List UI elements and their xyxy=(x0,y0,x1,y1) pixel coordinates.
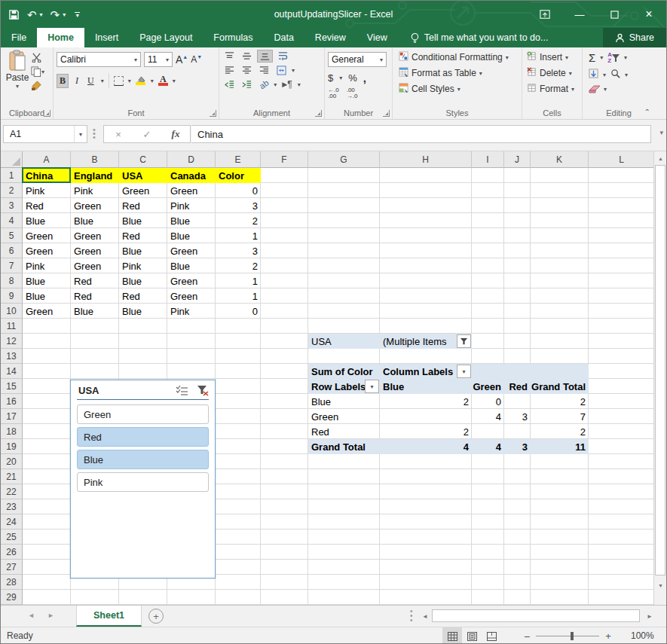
pivot-column-labels-dropdown[interactable]: ▾ xyxy=(457,365,471,378)
merge-caret-icon[interactable]: ▾ xyxy=(292,67,295,74)
data-cell[interactable]: Green xyxy=(71,198,119,213)
font-name-combo[interactable]: Calibri▾ xyxy=(57,52,141,67)
scroll-up-icon[interactable]: ▲ xyxy=(655,152,666,164)
align-center-icon[interactable] xyxy=(240,65,254,76)
view-page-break-icon[interactable] xyxy=(482,627,501,644)
data-cell[interactable]: Blue xyxy=(71,304,119,319)
data-cell[interactable]: Pink xyxy=(23,183,71,198)
pivot-value[interactable]: 3 xyxy=(504,409,531,424)
data-cell[interactable]: Red xyxy=(119,198,167,213)
pivot-col-header[interactable]: Grand Total xyxy=(531,379,589,394)
fill-color-caret-icon[interactable]: ▾ xyxy=(151,78,154,84)
tab-data[interactable]: Data xyxy=(263,28,304,47)
column-header-E[interactable]: E xyxy=(216,151,261,168)
pivot-fill-cell[interactable] xyxy=(472,364,504,379)
column-header-K[interactable]: K xyxy=(531,151,589,168)
row-header-28[interactable]: 28 xyxy=(1,575,23,590)
tab-page-layout[interactable]: Page Layout xyxy=(129,28,203,47)
header-cell-usa[interactable]: USA xyxy=(119,168,167,183)
orientation-caret-icon[interactable]: ▾ xyxy=(274,81,277,88)
row-header-4[interactable]: 4 xyxy=(1,213,23,228)
slicer-multiselect-icon[interactable] xyxy=(176,385,189,396)
row-header-9[interactable]: 9 xyxy=(1,288,23,304)
pivot-value[interactable]: 0 xyxy=(472,394,504,409)
pivot-value-label[interactable]: Sum of Color xyxy=(308,364,380,379)
row-header-27[interactable]: 27 xyxy=(1,560,23,575)
row-header-13[interactable]: 13 xyxy=(1,349,23,364)
pivot-filter-funnel-button[interactable] xyxy=(457,334,471,348)
view-normal-icon[interactable] xyxy=(442,627,462,644)
slicer-item-blue[interactable]: Blue xyxy=(77,450,209,469)
decrease-decimal-icon[interactable]: .00→.0 xyxy=(347,87,358,99)
header-cell-england[interactable]: England xyxy=(71,168,119,183)
number-dialog-launcher[interactable] xyxy=(383,110,390,117)
font-size-combo[interactable]: 11▾ xyxy=(144,52,173,67)
clipboard-dialog-launcher[interactable] xyxy=(44,110,50,117)
data-cell[interactable]: 3 xyxy=(216,243,261,258)
data-cell[interactable]: Green xyxy=(71,228,119,243)
scroll-left-icon[interactable]: ◄ xyxy=(420,609,430,624)
pivot-row-label[interactable]: Green xyxy=(308,409,380,424)
pivot-col-header[interactable]: Blue xyxy=(380,379,472,394)
enter-entry-icon[interactable]: ✓ xyxy=(133,126,161,142)
data-cell[interactable]: Pink xyxy=(23,258,71,273)
data-cell[interactable]: Red xyxy=(119,228,167,243)
horizontal-scrollbar[interactable]: ◄ ► xyxy=(420,609,655,624)
data-cell[interactable]: 3 xyxy=(216,198,261,213)
bold-button[interactable]: B xyxy=(57,74,69,88)
name-box[interactable]: A1 ▾ xyxy=(3,125,87,143)
find-select-icon[interactable] xyxy=(610,69,620,81)
data-cell[interactable]: Green xyxy=(167,183,216,198)
data-cell[interactable]: Blue xyxy=(167,213,216,228)
format-as-table-label[interactable]: Format as Table xyxy=(412,68,476,78)
horizontal-scroll-thumb[interactable] xyxy=(432,609,640,622)
name-box-caret-icon[interactable]: ▾ xyxy=(74,126,87,142)
data-cell[interactable]: Green xyxy=(23,228,71,243)
minimize-button[interactable]: — xyxy=(562,1,597,28)
zoom-out-icon[interactable]: − xyxy=(524,630,530,642)
format-painter-icon[interactable] xyxy=(31,81,44,90)
close-button[interactable]: × xyxy=(632,1,666,28)
data-cell[interactable]: Red xyxy=(23,198,71,213)
row-header-29[interactable]: 29 xyxy=(1,590,23,605)
column-header-H[interactable]: H xyxy=(380,151,472,168)
data-cell[interactable]: Blue xyxy=(71,213,119,228)
pivot-filter-field[interactable]: USA xyxy=(308,334,380,349)
pivot-row-label[interactable]: Blue xyxy=(308,394,380,409)
cell-styles-label[interactable]: Cell Styles xyxy=(412,84,454,94)
font-color-caret-icon[interactable]: ▾ xyxy=(173,78,176,84)
collapse-ribbon-icon[interactable]: ⌃ xyxy=(644,108,650,116)
column-header-G[interactable]: G xyxy=(308,151,380,168)
data-cell[interactable]: Blue xyxy=(167,258,216,273)
fill-color-button[interactable] xyxy=(136,76,146,85)
align-right-icon[interactable] xyxy=(257,65,271,76)
pivot-grand-total-value[interactable]: 11 xyxy=(531,439,589,454)
data-cell[interactable]: Blue xyxy=(23,273,71,288)
font-dialog-launcher[interactable] xyxy=(210,110,216,117)
text-direction-caret-icon[interactable]: ▾ xyxy=(298,81,301,88)
tab-insert[interactable]: Insert xyxy=(84,28,129,47)
column-header-J[interactable]: J xyxy=(504,151,531,168)
data-cell[interactable]: Pink xyxy=(167,198,216,213)
comma-format-button[interactable]: , xyxy=(363,72,366,84)
borders-button[interactable] xyxy=(114,76,124,86)
font-color-button[interactable]: A xyxy=(158,75,168,86)
alignment-dialog-launcher[interactable] xyxy=(315,110,322,117)
row-header-3[interactable]: 3 xyxy=(1,198,23,213)
zoom-slider[interactable] xyxy=(536,636,599,636)
column-header-B[interactable]: B xyxy=(71,151,119,168)
grow-font-button[interactable]: A▲ xyxy=(176,53,188,66)
row-header-16[interactable]: 16 xyxy=(1,394,23,409)
row-header-24[interactable]: 24 xyxy=(1,514,23,530)
column-header-A[interactable]: A xyxy=(23,151,71,168)
row-header-6[interactable]: 6 xyxy=(1,243,23,258)
row-header-7[interactable]: 7 xyxy=(1,258,23,273)
delete-cells-label[interactable]: Delete xyxy=(540,68,566,78)
slicer-clear-filter-icon[interactable] xyxy=(197,385,209,396)
data-cell[interactable]: Blue xyxy=(23,288,71,304)
pivot-value[interactable]: 2 xyxy=(531,424,589,439)
pivot-grand-total-label[interactable]: Grand Total xyxy=(308,439,380,454)
data-cell[interactable]: Green xyxy=(71,258,119,273)
customize-qat-icon[interactable]: ▾ xyxy=(75,12,80,17)
shrink-font-button[interactable]: A▼ xyxy=(191,54,202,65)
